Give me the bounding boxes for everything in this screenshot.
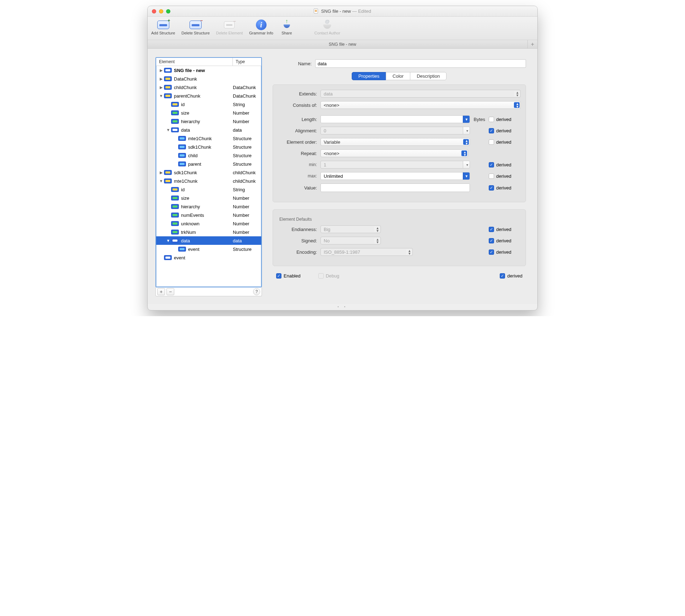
length-field[interactable]: ▼ [320,115,470,123]
new-tab-button[interactable]: + [527,40,537,48]
tree-row[interactable]: numEventsNumber [156,211,261,219]
value-derived-checkbox[interactable] [489,185,494,191]
disclosure-icon[interactable]: ▶ [159,77,163,81]
signed-derived-checkbox[interactable] [489,238,494,243]
element-tree-panel: Element Type ▶SNG file - new▶DataChunk▶c… [155,57,262,296]
order-derived-checkbox[interactable] [489,139,494,145]
tree-row[interactable]: hierarchyNumber [156,117,261,126]
min-label: min: [292,162,320,167]
consists-popup[interactable]: <none>▴▾ [320,101,521,109]
delete-structure-button[interactable]: Delete Structure [181,19,209,35]
element-type: Number [233,119,261,124]
element-type: String [233,187,261,192]
tree-footer: + − ? [155,287,262,296]
disclosure-icon[interactable]: ▼ [166,128,170,132]
disclosure-icon[interactable]: ▶ [159,170,163,175]
defaults-form: Element Defaults Endianness: Big▴▾ deriv… [273,209,526,266]
tree-row[interactable]: mte1ChunkStructure [156,134,261,143]
tree-row[interactable]: ▼mte1ChunkchildChunk [156,177,261,185]
tree-row[interactable]: unknownNumber [156,219,261,228]
enabled-checkbox[interactable] [276,273,281,279]
element-tree[interactable]: ▶SNG file - new▶DataChunk▶childChunkData… [156,66,261,287]
add-structure-button[interactable]: Add Structure [151,19,175,35]
tree-row[interactable]: idString [156,185,261,194]
tree-row[interactable]: ▼parentChunkDataChunk [156,92,261,100]
max-derived-checkbox[interactable] [489,174,494,179]
tab-color[interactable]: Color [386,72,410,80]
document-tabbar: SNG file - new + [148,40,537,49]
encoding-derived-checkbox[interactable] [489,249,494,255]
help-button[interactable]: ? [253,288,260,295]
tree-row[interactable]: ▶SNG file - new [156,66,261,75]
app-window: SNG file - new — Edited Add Structure De… [147,6,538,310]
element-name: data [181,238,233,243]
add-structure-icon [157,21,169,29]
endian-derived-checkbox[interactable] [489,227,494,232]
max-field[interactable]: Unlimited▼ [320,172,470,180]
bottom-derived-checkbox[interactable] [500,273,505,279]
tree-row[interactable]: event [156,253,261,262]
tree-row[interactable]: ▶sdk1ChunkchildChunk [156,168,261,177]
zoom-icon[interactable] [166,9,170,13]
tree-row[interactable]: trkNumNumber [156,228,261,236]
alignment-derived-checkbox[interactable] [489,128,494,133]
tree-row[interactable]: sizeNumber [156,194,261,202]
name-label: Name: [273,61,315,66]
element-name: size [181,196,233,201]
tab-properties[interactable]: Properties [352,72,386,80]
min-derived-checkbox[interactable] [489,162,494,167]
add-element-button[interactable]: + [157,288,165,295]
disclosure-icon[interactable]: ▼ [159,94,163,98]
editor-body: Element Type ▶SNG file - new▶DataChunk▶c… [148,49,537,304]
tree-row[interactable]: idString [156,100,261,109]
element-type: Number [233,110,261,116]
tree-row[interactable]: ▶DataChunk [156,75,261,83]
element-icon [164,76,172,81]
element-icon [164,178,172,183]
grammar-info-label: Grammar Info [249,31,273,35]
close-icon[interactable] [152,9,156,13]
element-icon [171,221,179,226]
minimize-icon[interactable] [159,9,163,13]
tree-row[interactable]: hierarchyNumber [156,202,261,211]
order-popup[interactable]: Variable▴▾ [320,138,470,146]
info-icon: i [256,20,267,30]
tree-row[interactable]: ▼datadata [156,126,261,134]
tree-row[interactable]: parentStructure [156,160,261,168]
property-tabs: Properties Color Description [269,72,530,80]
window-controls [152,9,170,13]
element-icon [164,68,172,73]
element-name: event [174,255,233,260]
tree-row[interactable]: ▼datadata [156,236,261,245]
element-icon [178,144,186,149]
share-icon [281,20,292,30]
col-element[interactable]: Element [156,58,233,66]
tree-row[interactable]: sdk1ChunkStructure [156,143,261,151]
length-derived-checkbox[interactable] [489,117,494,122]
document-tab[interactable]: SNG file - new [329,42,356,47]
disclosure-icon[interactable]: ▼ [159,179,163,183]
tree-row[interactable]: childStructure [156,151,261,160]
element-name: parent [188,161,233,167]
share-button[interactable]: Share [280,19,294,35]
element-name: childChunk [174,85,233,90]
remove-element-button[interactable]: − [166,288,174,295]
value-input[interactable] [320,183,470,192]
extends-popup[interactable]: data▴▾ [320,90,521,98]
name-input[interactable] [315,59,526,68]
alignment-field: 0▾ [320,127,470,134]
col-type[interactable]: Type [233,58,261,66]
grammar-info-button[interactable]: i Grammar Info [249,19,273,35]
tree-header: Element Type [156,58,261,66]
tab-description[interactable]: Description [410,72,446,80]
repeat-popup[interactable]: <none>▴▾ [320,149,468,157]
disclosure-icon[interactable]: ▼ [166,238,170,243]
tree-row[interactable]: sizeNumber [156,109,261,117]
element-name: numEvents [181,213,233,218]
order-label: Element order: [278,139,320,145]
resize-grip-icon[interactable]: • • [148,304,537,310]
disclosure-icon[interactable]: ▶ [159,68,163,73]
disclosure-icon[interactable]: ▶ [159,85,163,90]
tree-row[interactable]: eventStructure [156,245,261,253]
tree-row[interactable]: ▶childChunkDataChunk [156,83,261,92]
